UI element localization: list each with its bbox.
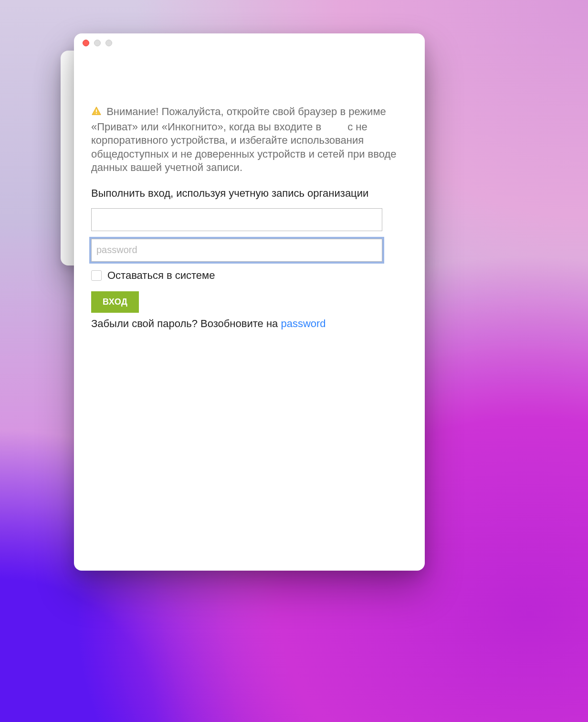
login-button[interactable]: ВХОД — [91, 291, 139, 313]
window-close-button[interactable] — [83, 40, 89, 46]
login-heading: Выполнить вход, используя учетную запись… — [91, 187, 408, 200]
security-warning: Внимание! Пожалуйста, откройте свой брау… — [91, 105, 408, 175]
security-warning-prefix: Внимание! Пожалуйста, откройте свой брау… — [91, 106, 386, 133]
stay-signed-in-label: Оставаться в системе — [107, 269, 215, 282]
forgot-password-link[interactable]: password — [281, 318, 326, 329]
warning-icon — [91, 106, 102, 120]
forgot-password-text: Забыли свой пароль? Возобновите на — [91, 318, 281, 329]
window-titlebar — [74, 33, 425, 53]
stay-signed-in-checkbox[interactable] — [91, 270, 102, 281]
svg-rect-1 — [96, 113, 97, 114]
login-window: Внимание! Пожалуйста, откройте свой брау… — [74, 33, 425, 571]
window-maximize-button[interactable] — [105, 40, 112, 46]
login-content: Внимание! Пожалуйста, откройте свой брау… — [74, 53, 425, 330]
svg-rect-0 — [96, 109, 97, 112]
forgot-password-line: Забыли свой пароль? Возобновите на passw… — [91, 318, 408, 330]
password-field[interactable] — [91, 239, 382, 262]
stay-signed-in-row[interactable]: Оставаться в системе — [91, 269, 408, 282]
window-stack: Внимание! Пожалуйста, откройте свой брау… — [74, 33, 425, 571]
username-field[interactable] — [91, 208, 382, 231]
window-minimize-button[interactable] — [94, 40, 101, 46]
